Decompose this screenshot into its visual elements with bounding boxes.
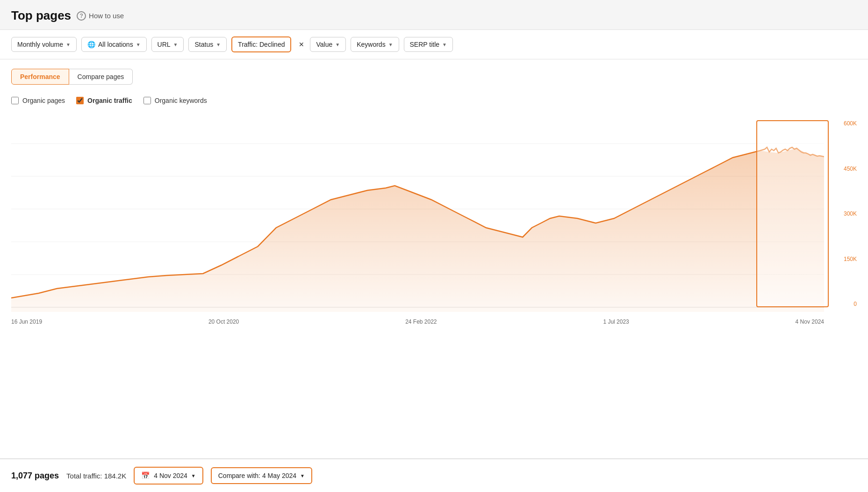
organic-keywords-checkbox[interactable]: Organic keywords <box>143 97 207 104</box>
organic-pages-checkbox[interactable]: Organic pages <box>11 97 65 104</box>
organic-traffic-label: Organic traffic <box>87 97 132 104</box>
organic-traffic-input[interactable] <box>76 97 84 104</box>
chart-container: 600K 450K 300K 150K 0 16 Jun 2019 20 Oct… <box>11 116 857 312</box>
x-label-jun2019: 16 Jun 2019 <box>11 318 42 325</box>
how-to-use-label: How to use <box>89 12 124 20</box>
y-label-300k: 300K <box>829 210 857 217</box>
how-to-use-button[interactable]: ? How to use <box>77 11 124 21</box>
chevron-down-icon-6: ▼ <box>388 42 393 47</box>
bottom-bar: 1,077 pages Total traffic: 184.2K 📅 4 No… <box>0 458 868 492</box>
x-axis-labels: 16 Jun 2019 20 Oct 2020 24 Feb 2022 1 Ju… <box>11 318 824 325</box>
keywords-label: Keywords <box>357 41 385 48</box>
x-label-nov2024: 4 Nov 2024 <box>796 318 824 325</box>
y-label-0: 0 <box>829 301 857 307</box>
y-label-450k: 450K <box>829 166 857 172</box>
url-filter[interactable]: URL ▼ <box>151 37 184 52</box>
organic-keywords-label: Organic keywords <box>155 97 207 104</box>
chevron-down-icon-4: ▼ <box>216 42 221 47</box>
url-label: URL <box>158 41 171 48</box>
value-label: Value <box>316 41 332 48</box>
tab-compare-pages[interactable]: Compare pages <box>69 69 133 85</box>
x-label-feb2022: 24 Feb 2022 <box>405 318 437 325</box>
organic-traffic-checkbox[interactable]: Organic traffic <box>76 97 132 104</box>
tab-row: Performance Compare pages <box>11 69 857 85</box>
traffic-declined-label: Traffic: Declined <box>238 41 285 48</box>
chevron-down-icon-3: ▼ <box>173 42 178 47</box>
status-filter[interactable]: Status ▼ <box>188 37 227 52</box>
page-header: Top pages ? How to use <box>0 0 868 30</box>
checkboxes-row: Organic pages Organic traffic Organic ke… <box>11 93 857 108</box>
chevron-down-icon-7: ▼ <box>442 42 447 47</box>
pages-count: 1,077 pages <box>11 471 59 481</box>
chevron-down-icon: ▼ <box>66 42 71 47</box>
chevron-down-icon-compare: ▼ <box>300 473 305 478</box>
status-label: Status <box>194 41 213 48</box>
y-axis-labels: 600K 450K 300K 150K 0 <box>829 116 857 312</box>
compare-with-button[interactable]: Compare with: 4 May 2024 ▼ <box>211 467 312 484</box>
all-locations-label: All locations <box>98 41 133 48</box>
traffic-declined-filter[interactable]: Traffic: Declined <box>231 36 291 52</box>
organic-keywords-input[interactable] <box>143 97 151 104</box>
x-label-oct2020: 20 Oct 2020 <box>208 318 239 325</box>
chevron-down-icon-2: ▼ <box>136 42 141 47</box>
monthly-volume-filter[interactable]: Monthly volume ▼ <box>11 37 77 52</box>
keywords-filter[interactable]: Keywords ▼ <box>351 37 399 52</box>
filters-bar: Monthly volume ▼ 🌐 All locations ▼ URL ▼… <box>0 30 868 59</box>
globe-icon: 🌐 <box>87 41 95 48</box>
remove-traffic-filter-button[interactable]: ✕ <box>298 41 305 48</box>
monthly-volume-label: Monthly volume <box>17 41 63 48</box>
page-title: Top pages <box>11 8 71 23</box>
organic-pages-label: Organic pages <box>22 97 65 104</box>
compare-with-label: Compare with: 4 May 2024 <box>218 472 296 479</box>
serp-title-filter[interactable]: SERP title ▼ <box>404 37 453 52</box>
tab-performance[interactable]: Performance <box>11 69 69 85</box>
chevron-down-icon-date: ▼ <box>191 473 196 478</box>
y-label-600k: 600K <box>829 120 857 127</box>
chevron-down-icon-5: ▼ <box>335 42 340 47</box>
x-label-jul2023: 1 Jul 2023 <box>603 318 629 325</box>
date-label: 4 Nov 2024 <box>154 472 187 479</box>
traffic-chart <box>11 116 824 312</box>
date-picker-button[interactable]: 📅 4 Nov 2024 ▼ <box>134 467 203 485</box>
all-locations-filter[interactable]: 🌐 All locations ▼ <box>81 37 147 52</box>
help-icon: ? <box>77 11 86 21</box>
serp-title-label: SERP title <box>410 41 440 48</box>
organic-pages-input[interactable] <box>11 97 19 104</box>
total-traffic: Total traffic: 184.2K <box>66 472 126 480</box>
value-filter[interactable]: Value ▼ <box>310 37 346 52</box>
y-label-150k: 150K <box>829 256 857 262</box>
main-content: Performance Compare pages Organic pages … <box>0 59 868 458</box>
calendar-icon: 📅 <box>141 471 150 480</box>
